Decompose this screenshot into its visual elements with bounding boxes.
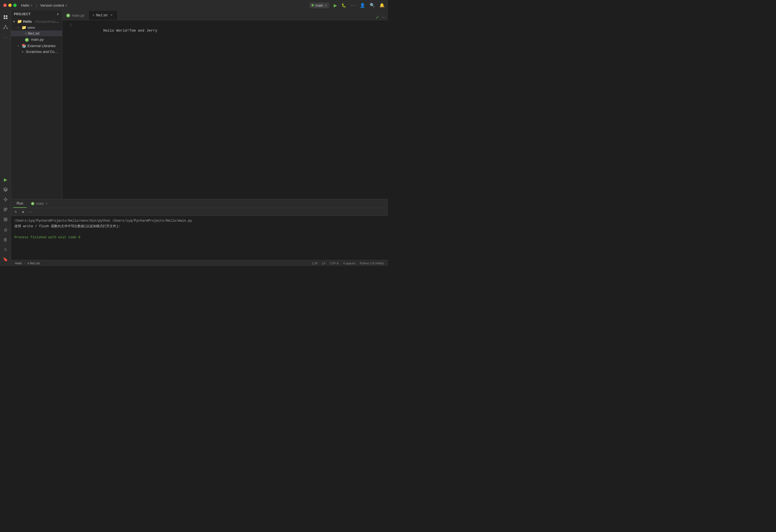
breadcrumb-file1[interactable]: ≡ file1.txt [26, 262, 41, 265]
vcs-chevron-icon: ∨ [65, 4, 67, 7]
sidebar-item-explorer[interactable] [1, 13, 10, 22]
panel-toolbar: ↻ ■ ⋯ [11, 208, 388, 216]
sidebar-item-layers[interactable] [1, 185, 10, 194]
tab-more-icon[interactable]: ⋯ [381, 15, 386, 20]
svg-rect-1 [6, 15, 7, 17]
svg-point-9 [4, 199, 6, 201]
content-area: Project ∨ ▾ 📁 Hello ~/PycharmProjects/He… [11, 11, 388, 266]
tree-item-venv[interactable]: › 📁 venv [11, 24, 62, 30]
line-ending[interactable]: LF [321, 262, 327, 265]
sidebar-item-plugins[interactable] [1, 195, 10, 204]
sidebar-item-run[interactable]: ▶ [1, 175, 10, 184]
sidebar: Project ∨ ▾ 📁 Hello ~/PycharmProjects/He… [11, 11, 62, 199]
svg-rect-0 [4, 15, 5, 17]
traffic-lights [3, 4, 17, 7]
sidebar-chevron-icon[interactable]: ∨ [56, 12, 59, 16]
svg-rect-11 [4, 209, 7, 210]
svg-point-6 [6, 28, 8, 29]
project-tree: ▾ 📁 Hello ~/PycharmProjects/Hello › 📁 ve… [11, 18, 62, 199]
editor-content[interactable]: 1 Hello World!Tom and Jerry [62, 20, 388, 199]
chevron-down-icon: ▾ [13, 20, 17, 23]
run-button[interactable]: ▶ [334, 3, 337, 8]
profile-icon[interactable]: 👤 [360, 3, 365, 8]
folder-icon: 📁 [22, 25, 26, 30]
sidebar-item-warning[interactable]: ⚠ [1, 245, 10, 254]
status-bar: Hello › ≡ file1.txt 1:26 LF UTF-8 4 spac… [11, 260, 388, 266]
tab-label-main-py: main.py [72, 13, 84, 17]
titlebar-right: main ∨ ▶ 🐛 ⋯ 👤 🔍 🔔 [309, 2, 385, 8]
tab-file1-txt[interactable]: ≡ file1.txt ✕ [89, 11, 118, 20]
cursor-position[interactable]: 1:26 [311, 262, 319, 265]
close-button[interactable] [3, 4, 7, 7]
run-config-label: main [316, 3, 323, 7]
tab-label-file1: file1.txt [96, 13, 108, 17]
tree-item-main-py[interactable]: › P main.py [11, 36, 62, 43]
sidebar-item-structure[interactable] [1, 23, 10, 32]
maximize-button[interactable] [13, 4, 17, 7]
panel-tabs: Run P main ✕ [11, 199, 388, 208]
svg-line-7 [4, 26, 6, 28]
tree-item-hello-root[interactable]: ▾ 📁 Hello ~/PycharmProjects/Hello [11, 18, 62, 24]
search-button[interactable]: 🔍 [370, 3, 375, 8]
panel-line-1: /Users/zyq/PycharmProjects/Hello/venv/bi… [14, 218, 385, 224]
sidebar-title: Project [14, 12, 31, 16]
status-left: Hello › ≡ file1.txt [14, 262, 41, 265]
breadcrumb-hello[interactable]: Hello [14, 262, 23, 265]
sidebar-header: Project ∨ [11, 11, 62, 18]
encoding[interactable]: UTF-8 [329, 262, 340, 265]
library-icon: 📚 [22, 43, 26, 48]
vcs-label: Version control [40, 3, 64, 7]
more-options-button[interactable]: ⋯ [351, 2, 355, 8]
svg-line-8 [6, 26, 7, 28]
svg-rect-3 [6, 17, 7, 19]
panel-tab-main[interactable]: P main ✕ [28, 200, 51, 208]
tab-main-py[interactable]: P main.py [62, 11, 89, 20]
panel-stop-button[interactable]: ■ [20, 209, 26, 215]
activity-bar: ··· ▶ 🖨 🗑 ⚠ 🔖 [0, 11, 11, 266]
code-area[interactable]: Hello World!Tom and Jerry [74, 20, 388, 199]
tree-item-label-ext-libs: External Libraries [27, 44, 55, 48]
tree-item-scratches[interactable]: › ≡ Scratches and Consoles [11, 49, 62, 55]
panel-line-2: 使用 write / flush 函数向文件中写出数据(以追加模式打开文件): [14, 224, 385, 229]
py-file-icon: P [25, 37, 29, 42]
notifications-button[interactable]: 🔔 [379, 3, 385, 8]
panel-tab-run[interactable]: Run [13, 200, 27, 208]
panel-rerun-button[interactable]: ↻ [13, 209, 19, 215]
sidebar-item-trash[interactable]: 🗑 [1, 235, 10, 244]
svg-rect-15 [4, 220, 7, 221]
panel-content[interactable]: /Users/zyq/PycharmProjects/Hello/venv/bi… [11, 216, 388, 260]
vcs-menu[interactable]: Version control ∨ [40, 3, 67, 7]
chevron-right-icon: › [18, 44, 21, 47]
project-menu[interactable]: Hello ∨ [21, 3, 33, 7]
py-tab-icon: P [66, 14, 70, 17]
main-layout: ··· ▶ 🖨 🗑 ⚠ 🔖 Project ∨ [0, 11, 388, 266]
tree-item-file1[interactable]: › ≡ file1.txt [11, 30, 62, 36]
editor-pane: P main.py ≡ file1.txt ✕ ✓ ⋯ [62, 11, 388, 199]
tab-close-button[interactable]: ✕ [109, 13, 114, 17]
panel-tab-close-icon[interactable]: ✕ [45, 202, 48, 205]
panel-more-button[interactable]: ⋯ [27, 209, 33, 215]
run-main-label: main [36, 202, 44, 206]
tab-bar: P main.py ≡ file1.txt ✕ ✓ ⋯ [62, 11, 388, 20]
sidebar-item-bookmark[interactable]: 🔖 [1, 255, 10, 264]
run-config-dropdown[interactable]: main ∨ [309, 2, 329, 8]
panel-line-3 [14, 229, 385, 235]
sidebar-item-print[interactable]: 🖨 [1, 225, 10, 234]
editor-row: Project ∨ ▾ 📁 Hello ~/PycharmProjects/He… [11, 11, 388, 199]
svg-rect-10 [4, 208, 7, 208]
minimize-button[interactable] [8, 4, 12, 7]
run-config-chevron-icon: ∨ [325, 4, 327, 7]
folder-icon: 📁 [17, 19, 22, 24]
line-numbers: 1 [62, 20, 74, 199]
sidebar-item-list[interactable] [1, 205, 10, 214]
tree-item-label: Hello ~/PycharmProjects/Hello [23, 19, 60, 24]
chevron-right-icon: › [18, 26, 21, 29]
python-version[interactable]: Python 3.8 (Hello) [359, 262, 385, 265]
check-icon: ✓ [376, 15, 379, 20]
scratches-icon: ≡ [22, 50, 24, 54]
indent-setting[interactable]: 4 spaces [342, 262, 356, 265]
sidebar-item-more[interactable]: ··· [1, 33, 10, 42]
tree-item-ext-libs[interactable]: › 📚 External Libraries [11, 43, 62, 49]
debug-button[interactable]: 🐛 [342, 3, 346, 7]
sidebar-item-list2[interactable] [1, 215, 10, 224]
